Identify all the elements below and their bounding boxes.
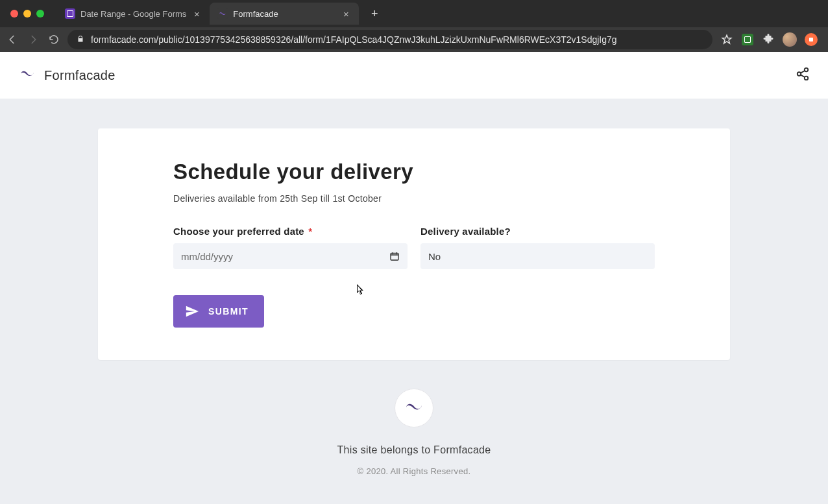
footer-belongs-text: This site belongs to Formfacade xyxy=(337,444,491,456)
browser-chrome: Date Range - Google Forms × Formfacade ×… xyxy=(0,0,828,52)
reload-icon[interactable] xyxy=(48,34,60,45)
google-forms-favicon-icon xyxy=(65,8,75,19)
tab-title: Date Range - Google Forms xyxy=(80,9,186,19)
notification-icon[interactable] xyxy=(805,33,818,46)
window-controls xyxy=(6,10,51,18)
lock-icon xyxy=(77,34,84,45)
url-bar[interactable]: formfacade.com/public/101397753425638859… xyxy=(67,30,712,49)
date-input-wrap[interactable] xyxy=(173,243,408,269)
availability-value-wrap: No xyxy=(420,243,655,269)
label-text: Choose your preferred date xyxy=(173,226,304,237)
formfacade-logo-icon xyxy=(18,69,36,82)
form-card: Schedule your delivery Deliveries availa… xyxy=(98,128,730,360)
formfacade-favicon-icon xyxy=(217,8,228,19)
page-viewport: Formfacade Schedule your delivery Delive… xyxy=(0,52,828,504)
close-tab-icon[interactable]: × xyxy=(341,8,351,19)
forward-icon xyxy=(27,34,39,45)
submit-label: SUBMIT xyxy=(208,306,249,317)
browser-tab[interactable]: Date Range - Google Forms × xyxy=(57,3,210,25)
form-stage: Schedule your delivery Deliveries availa… xyxy=(0,99,828,496)
field-label: Choose your preferred date * xyxy=(173,226,408,237)
field-label: Delivery available? xyxy=(420,226,655,237)
profile-avatar-icon[interactable] xyxy=(783,32,797,47)
close-tab-icon[interactable]: × xyxy=(191,8,202,19)
date-input[interactable] xyxy=(181,251,389,262)
field-delivery-available: Delivery available? No xyxy=(420,226,655,269)
maximize-window-icon[interactable] xyxy=(36,10,44,18)
required-asterisk: * xyxy=(308,226,312,237)
minimize-window-icon[interactable] xyxy=(23,10,31,18)
browser-tab-active[interactable]: Formfacade × xyxy=(210,3,359,25)
svg-rect-3 xyxy=(391,253,398,260)
extensions-menu-icon[interactable] xyxy=(762,33,775,46)
extension-icon[interactable] xyxy=(741,33,754,46)
footer-copyright: © 2020. All Rights Reserved. xyxy=(358,466,471,476)
svg-point-2 xyxy=(805,77,809,80)
back-icon[interactable] xyxy=(6,34,18,45)
site-header: Formfacade xyxy=(0,52,828,99)
form-subtitle: Deliveries available from 25th Sep till … xyxy=(173,193,655,204)
availability-value: No xyxy=(428,251,441,262)
submit-button[interactable]: SUBMIT xyxy=(173,295,264,328)
formfacade-logo-icon xyxy=(403,401,425,415)
footer-logo-badge xyxy=(395,389,433,427)
address-bar: formfacade.com/public/101397753425638859… xyxy=(0,27,828,52)
close-window-icon[interactable] xyxy=(10,10,18,18)
share-icon[interactable] xyxy=(796,67,810,84)
brand[interactable]: Formfacade xyxy=(18,68,116,83)
new-tab-button[interactable]: + xyxy=(365,5,384,23)
svg-point-0 xyxy=(805,68,809,72)
form-title: Schedule your delivery xyxy=(173,160,655,184)
field-preferred-date: Choose your preferred date * xyxy=(173,226,408,269)
page-footer: This site belongs to Formfacade © 2020. … xyxy=(337,389,491,476)
calendar-icon[interactable] xyxy=(389,251,400,261)
send-icon xyxy=(185,304,199,318)
form-fields: Choose your preferred date * xyxy=(173,226,655,269)
svg-point-1 xyxy=(798,72,801,76)
url-text: formfacade.com/public/101397753425638859… xyxy=(91,34,703,45)
tab-title: Formfacade xyxy=(233,9,335,19)
brand-name: Formfacade xyxy=(44,68,116,83)
bookmark-star-icon[interactable] xyxy=(720,33,733,46)
tab-bar: Date Range - Google Forms × Formfacade ×… xyxy=(0,0,828,27)
